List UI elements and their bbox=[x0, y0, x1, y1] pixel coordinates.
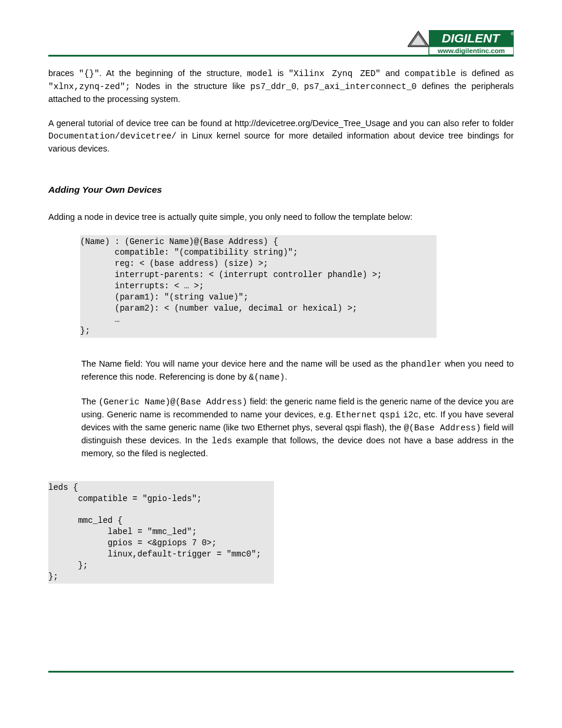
node-ps7-ddr: ps7_ddr_0 bbox=[250, 82, 296, 91]
paragraph-intro: braces "{}". At the beginning of the str… bbox=[48, 67, 514, 106]
section-title-adding-devices: Adding Your Own Devices bbox=[48, 183, 514, 196]
page-header: DIGILENT ® www.digilentinc.com bbox=[48, 29, 514, 57]
i2c-term: i2c bbox=[403, 410, 418, 420]
phandler-term: phandler bbox=[401, 360, 442, 369]
devicetree-url-link[interactable]: http://devicetree.org/Device_Tree_Usage bbox=[234, 118, 390, 128]
model-keyword: model bbox=[247, 69, 273, 78]
logo-reg: ® bbox=[511, 32, 514, 36]
code-block-leds-example: leds { compatible = "gpio-leds"; mmc_led… bbox=[48, 481, 274, 584]
generic-name-syntax: (Generic Name)@(Base Address) bbox=[98, 397, 247, 407]
base-address-syntax: @(Base Address) bbox=[404, 423, 481, 433]
code-block-node-template: (Name) : (Generic Name)@(Base Address) {… bbox=[80, 235, 437, 338]
compatible-keyword: compatible bbox=[405, 69, 456, 78]
node-ps7-axi: ps7_axi_interconnect_0 bbox=[304, 82, 416, 91]
compatible-value: "xlnx,zynq-zed"; bbox=[48, 82, 130, 91]
documentation-path: Documentation/devicetree/ bbox=[48, 131, 177, 141]
paragraph-template-intro: Adding a node in device tree is actually… bbox=[48, 211, 514, 223]
braces-literal: "{}" bbox=[79, 69, 100, 78]
qspi-term: qspi bbox=[380, 410, 401, 420]
footer-rule bbox=[48, 671, 514, 673]
paragraph-generic-name-field: The (Generic Name)@(Base Address) field:… bbox=[81, 396, 514, 460]
logo-url-text: www.digilentinc.com bbox=[437, 47, 505, 54]
logo-brand-text: DIGILENT bbox=[442, 31, 501, 45]
paragraph-tutorial-ref: A general tutorial of device tree can be… bbox=[48, 117, 514, 155]
reference-syntax: &(name) bbox=[249, 373, 285, 382]
digilent-logo: DIGILENT ® www.digilentinc.com bbox=[408, 30, 514, 55]
model-value: "Xilinx Zynq ZED" bbox=[289, 69, 381, 78]
ethernet-term: Ethernet bbox=[336, 410, 377, 420]
leds-term: leds bbox=[211, 436, 232, 446]
paragraph-name-field: The Name field: You will name your devic… bbox=[81, 358, 514, 384]
